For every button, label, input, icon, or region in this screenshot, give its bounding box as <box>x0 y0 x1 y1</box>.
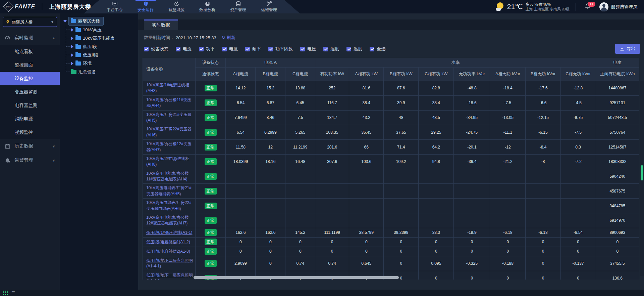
tree-node-低压II段[interactable]: 低压II段 <box>66 51 138 59</box>
device-link[interactable]: 10kV高压/2#电源进线柜(AH8) <box>146 156 189 167</box>
tree-children: 10kV高压10kV高压电能表低压I段低压II段环境汇总设备 <box>66 26 138 76</box>
device-link[interactable]: 10kV高压/厂房21#变压器(AH5) <box>146 112 192 123</box>
device-link[interactable]: 低压I段/电容补偿2(A1-3) <box>146 249 190 254</box>
tree-expand-icon[interactable] <box>63 20 67 23</box>
checkbox-checked-icon[interactable] <box>346 47 351 51</box>
filter-checkbox-电压[interactable]: 电压 <box>300 46 316 52</box>
status-badge: 正常 <box>205 173 217 180</box>
sidebar-group-历史数据[interactable]: 历史数据∨ <box>0 139 60 153</box>
value-cell: 43.2 <box>349 110 384 125</box>
tree-expand-icon[interactable] <box>71 28 73 32</box>
value-cell: 116.7 <box>315 95 349 110</box>
sidebar-item-监控画面[interactable]: 监控画面 <box>0 58 60 72</box>
sidebar-item-站点看板[interactable]: 站点看板 <box>0 45 60 58</box>
device-link[interactable]: 10kV高压/厂房22#变压器(AH6) <box>146 127 192 137</box>
device-link[interactable]: 10kV高压/1#电源进线柜(AH3) <box>146 83 189 93</box>
checkbox-checked-icon[interactable] <box>144 47 149 51</box>
value-cell: 18.16 <box>256 154 285 169</box>
tree-expand-icon[interactable] <box>71 45 73 48</box>
tree-node-汇总设备[interactable]: 汇总设备 <box>66 68 138 76</box>
filter-checkbox-湿度[interactable]: 湿度 <box>323 46 339 52</box>
device-link[interactable]: 10kV高压电能表/厂房22#变压器电能表(AH6) <box>146 200 192 211</box>
filter-checkbox-电流[interactable]: 电流 <box>176 46 192 52</box>
value-cell: -12 <box>490 140 526 155</box>
value-cell: 7.6499 <box>226 110 256 125</box>
tree-node-环境[interactable]: 环境 <box>66 59 138 68</box>
sidebar-item-消防电源[interactable]: 消防电源 <box>0 112 60 126</box>
value-cell <box>256 213 285 228</box>
horizontal-scrollbar-thumb[interactable] <box>194 276 399 279</box>
device-link[interactable]: 10kV高压/办公楼11#变压器(AH4) <box>146 97 191 108</box>
sidebar-group-实时监测[interactable]: 实时监测∧ <box>0 31 60 45</box>
checkbox-checked-icon[interactable] <box>176 47 180 51</box>
nav-item-运维管理[interactable]: 运维管理 <box>254 0 284 13</box>
checkbox-checked-icon[interactable] <box>268 47 273 51</box>
table-row: 10kV高压/厂房21#变压器(AH5)正常7.64998.467.5134.7… <box>143 110 639 125</box>
status-badge: 正常 <box>205 229 217 236</box>
sidebar-item-电容器监测[interactable]: 电容器监测 <box>0 99 60 112</box>
nav-item-智慧能源[interactable]: 智慧能源 <box>161 0 192 13</box>
export-button[interactable]: 导出 <box>615 44 640 54</box>
refresh-button[interactable]: ↻ 刷新 <box>222 35 235 41</box>
checkbox-checked-icon[interactable] <box>370 47 374 51</box>
checkbox-checked-icon[interactable] <box>222 47 227 51</box>
vertical-scrollbar-thumb[interactable] <box>641 165 643 180</box>
filter-checkbox-设备状态[interactable]: 设备状态 <box>144 46 168 52</box>
tree-node-10kV高压电能表[interactable]: 10kV高压电能表 <box>66 34 138 42</box>
filter-checkbox-功率[interactable]: 功率 <box>199 46 215 52</box>
nav-item-资产管理[interactable]: 资产管理 <box>223 0 254 13</box>
device-link[interactable]: 10kV高压电能表/办公楼12#变压器电能表(AH7) <box>146 215 189 225</box>
checkbox-checked-icon[interactable] <box>245 47 250 51</box>
nav-item-label: 智慧能源 <box>168 7 184 13</box>
value-cell <box>526 213 560 228</box>
vertical-scrollbar[interactable] <box>640 81 644 276</box>
filter-checkbox-频率[interactable]: 频率 <box>245 46 261 52</box>
tree-node-root[interactable]: 丽婴房大楼 <box>63 17 138 26</box>
tree-expand-icon[interactable] <box>71 53 73 57</box>
col-header-B相有功 kW: B相有功 kW <box>384 68 419 81</box>
tree-node-label: 汇总设备 <box>78 69 96 75</box>
site-selector[interactable]: 丽婴房大楼 ▼ <box>3 17 57 27</box>
checkbox-checked-icon[interactable] <box>300 47 305 51</box>
checkbox-checked-icon[interactable] <box>199 47 204 51</box>
device-link[interactable]: 低压I段/地下一层应急照明(A1-4-2) <box>146 273 193 280</box>
value-cell <box>349 169 384 184</box>
nav-item-安全运行[interactable]: 安全运行 <box>130 0 161 13</box>
device-link[interactable]: 10kV高压电能表/厂房21#变压器电能表(AH5) <box>146 185 192 196</box>
device-link[interactable]: 10kV高压/办公楼12#变压器(AH7) <box>146 141 192 152</box>
value-cell <box>490 213 526 228</box>
device-link[interactable]: 低压I段/电容补偿1(A1-2) <box>146 240 190 244</box>
filter-checkbox-温度[interactable]: 温度 <box>346 46 362 52</box>
sidebar-item-变压器监测[interactable]: 变压器监测 <box>0 85 60 99</box>
sidebar-item-视频监控[interactable]: 视频监控 <box>0 126 60 139</box>
tab-realtime-data[interactable]: 实时数据 <box>144 19 178 30</box>
value-cell <box>560 169 596 184</box>
filter-checkbox-电度[interactable]: 电度 <box>222 46 238 52</box>
main-content: 实时数据 数据刷新时间： 2021-10-27 15:25:33 ↻ 刷新 设备… <box>138 13 644 290</box>
tree-node-低压I段[interactable]: 低压I段 <box>66 42 138 51</box>
apps-grid-icon[interactable] <box>3 291 8 295</box>
filter-checkbox-全选[interactable]: 全选 <box>370 46 385 52</box>
table-row: 低压I段/电容补偿1(A1-2)正常000000000000 <box>143 237 639 247</box>
tree-expand-icon[interactable] <box>71 62 73 65</box>
energy-icon <box>174 1 179 7</box>
device-link[interactable]: 低压I段/地下二层应急照明(A1-4-1) <box>146 258 193 268</box>
list-icon[interactable]: ☰ <box>11 291 15 295</box>
checkbox-checked-icon[interactable] <box>323 47 328 51</box>
value-cell: 0 <box>226 247 256 256</box>
value-cell <box>226 169 256 184</box>
nav-item-数据分析[interactable]: 数据分析 <box>192 0 223 13</box>
device-link[interactable]: 低压I段/1#低压进线(A1-1) <box>146 230 192 235</box>
filter-checkbox-功率因数[interactable]: 功率因数 <box>268 46 293 52</box>
value-cell: -17.6 <box>526 81 560 96</box>
tree-node-10kV高压[interactable]: 10kV高压 <box>66 26 138 34</box>
nav-item-平台中心[interactable]: 平台中心 <box>99 0 130 13</box>
sidebar-item-设备监控[interactable]: 设备监控 <box>0 72 60 85</box>
sidebar-group-告警管理[interactable]: 告警管理∨ <box>0 153 60 167</box>
user-menu[interactable]: 丽婴房管理员 <box>599 2 644 11</box>
notifications-button[interactable]: 11 <box>576 3 599 10</box>
sidebar-group-label: 告警管理 <box>14 157 33 163</box>
device-link[interactable]: 10kV高压电能表/办公楼11#变压器电能表(AH4) <box>146 171 189 181</box>
value-cell: 7.5 <box>285 110 315 125</box>
tree-expand-icon[interactable] <box>71 37 73 40</box>
